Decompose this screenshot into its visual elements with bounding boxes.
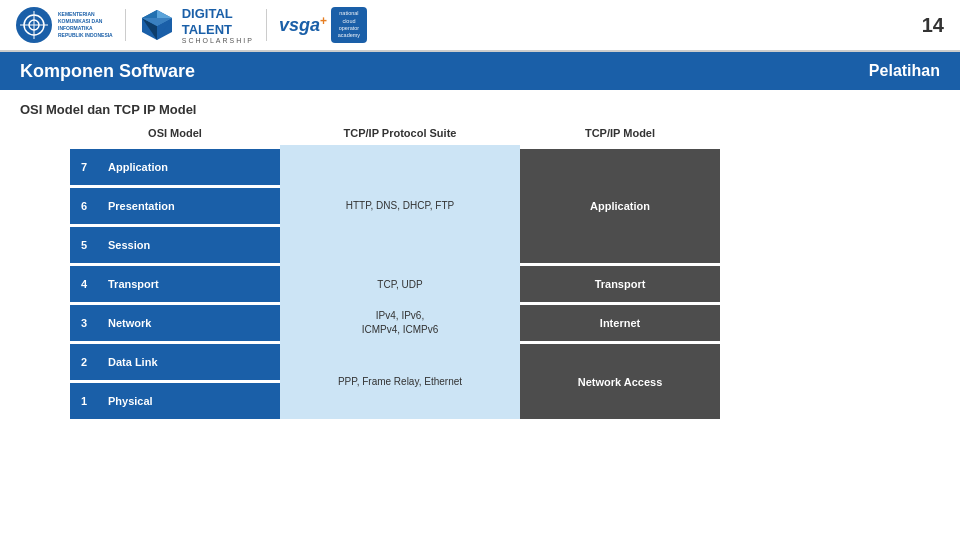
divider-2	[266, 9, 267, 41]
page-number: 14	[922, 14, 944, 37]
osi-num-3: 3	[70, 305, 98, 341]
tcpmodel-cell-internet: Internet	[520, 305, 720, 341]
logos-container: KEMENTERIAN KOMUNIKASI DAN INFORMATIKA R…	[16, 6, 367, 44]
osi-row-2: 2 Data Link	[70, 344, 280, 380]
osi-num-4: 4	[70, 266, 98, 302]
tcpmodel-cell-transport: Transport	[520, 266, 720, 302]
title-left: Komponen Software	[20, 61, 195, 82]
osi-label-presentation: Presentation	[98, 188, 280, 224]
osi-row-5: 5 Session	[70, 227, 280, 263]
osi-num-1: 1	[70, 383, 98, 419]
content-area: OSI Model dan TCP IP Model OSI Model 7 A…	[0, 90, 960, 431]
tcpmodel-cell-networkaccess: Network Access	[520, 344, 720, 419]
osi-row-3: 3 Network	[70, 305, 280, 341]
dts-logo: DIGITALTALENT SCHOLARSHIP	[138, 6, 254, 44]
osi-row-1: 1 Physical	[70, 383, 280, 419]
vsga-plus: +	[320, 14, 327, 28]
osi-row-7: 7 Application	[70, 149, 280, 185]
tcp-suite-cells: HTTP, DNS, DHCP, FTP TCP, UDP IPv4, IPv6…	[280, 149, 520, 419]
osi-num-6: 6	[70, 188, 98, 224]
header: KEMENTERIAN KOMUNIKASI DAN INFORMATIKA R…	[0, 0, 960, 52]
osi-row-4: 4 Transport	[70, 266, 280, 302]
osi-col-header: OSI Model	[70, 127, 280, 145]
tcpmodel-col-header: TCP/IP Model	[520, 127, 720, 145]
osi-label-application: Application	[98, 149, 280, 185]
osi-label-session: Session	[98, 227, 280, 263]
vsga-logo: vsga+ nationalcloudoperatoracademy	[279, 7, 367, 43]
osi-table: OSI Model 7 Application 6 Presentation 5…	[70, 127, 890, 419]
osi-label-transport: Transport	[98, 266, 280, 302]
tcp-suite-column: TCP/IP Protocol Suite HTTP, DNS, DHCP, F…	[280, 127, 520, 419]
dts-title: DIGITALTALENT	[182, 6, 254, 37]
tcp-cell-ipv4: IPv4, IPv6,ICMPv4, ICMPv6	[288, 305, 512, 341]
tcp-cell-ppp: PPP, Frame Relay, Ethernet	[288, 344, 512, 419]
tcpmodel-column: TCP/IP Model Application Transport Inter…	[520, 127, 720, 419]
osi-label-physical: Physical	[98, 383, 280, 419]
section-title: OSI Model dan TCP IP Model	[20, 102, 940, 117]
kominfo-text: KEMENTERIAN KOMUNIKASI DAN INFORMATIKA R…	[58, 11, 113, 39]
divider-1	[125, 9, 126, 41]
kominfo-logo: KEMENTERIAN KOMUNIKASI DAN INFORMATIKA R…	[16, 7, 113, 43]
osi-num-7: 7	[70, 149, 98, 185]
osi-num-2: 2	[70, 344, 98, 380]
tcp-suite-col-header: TCP/IP Protocol Suite	[280, 127, 520, 145]
vsga-badge: nationalcloudoperatoracademy	[331, 7, 367, 43]
vsga-label: vsga	[279, 15, 320, 35]
osi-rows: 7 Application 6 Presentation 5 Session 4…	[70, 149, 280, 419]
title-right: Pelatihan	[869, 62, 940, 80]
tcp-cell-http: HTTP, DNS, DHCP, FTP	[288, 149, 512, 263]
dts-cube-icon	[138, 6, 176, 44]
osi-row-6: 6 Presentation	[70, 188, 280, 224]
osi-column: OSI Model 7 Application 6 Presentation 5…	[70, 127, 280, 419]
dts-text-block: DIGITALTALENT SCHOLARSHIP	[182, 6, 254, 44]
vsga-text: vsga+	[279, 14, 327, 36]
osi-label-network: Network	[98, 305, 280, 341]
dts-subtitle: SCHOLARSHIP	[182, 37, 254, 44]
kominfo-circle-icon	[16, 7, 52, 43]
tcp-cell-tcpudp: TCP, UDP	[288, 266, 512, 302]
osi-label-datalink: Data Link	[98, 344, 280, 380]
osi-num-5: 5	[70, 227, 98, 263]
tcpmodel-cells: Application Transport Internet Network A…	[520, 149, 720, 419]
tcpmodel-cell-application: Application	[520, 149, 720, 263]
title-bar: Komponen Software Pelatihan	[0, 52, 960, 90]
